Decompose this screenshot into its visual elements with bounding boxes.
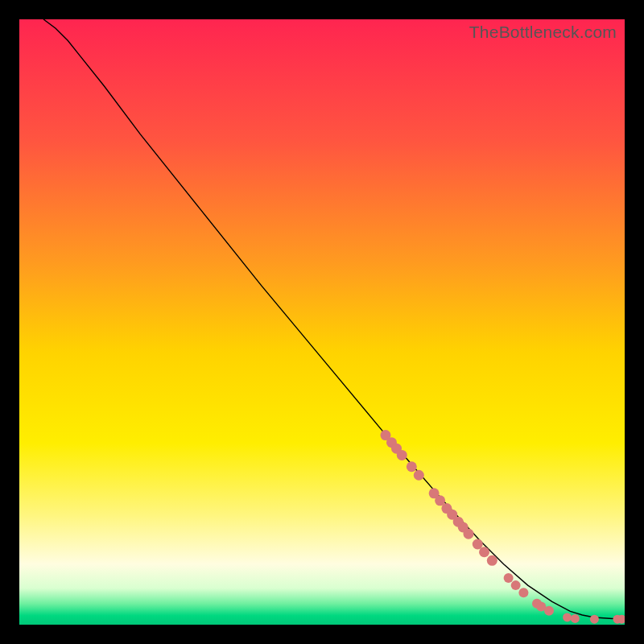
data-point	[544, 606, 554, 616]
chart-frame: TheBottleneck.com	[19, 19, 625, 625]
data-point	[479, 547, 489, 557]
data-point	[407, 461, 417, 472]
data-point	[487, 555, 497, 566]
data-point	[414, 470, 424, 481]
data-point	[563, 613, 572, 621]
data-point	[511, 580, 521, 590]
chart-background	[19, 19, 625, 625]
data-point	[571, 614, 580, 623]
chart-svg	[19, 19, 625, 625]
data-point	[504, 573, 514, 583]
data-point	[397, 450, 407, 460]
data-point	[518, 588, 528, 597]
watermark-text: TheBottleneck.com	[469, 23, 617, 42]
data-point	[590, 615, 599, 624]
data-point	[463, 529, 473, 539]
